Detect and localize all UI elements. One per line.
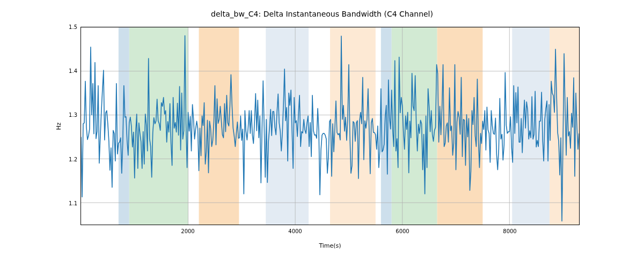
band [119,27,129,225]
y-tick-label: 1.1 [56,200,77,206]
chart-title: delta_bw_C4: Delta Instantaneous Bandwid… [0,10,644,18]
x-tick-label: 8000 [503,228,516,234]
y-axis-label-text: Hz [55,122,62,130]
band [129,27,188,225]
x-tick-label: 2000 [181,228,194,234]
plot-svg [81,27,579,225]
plot-axes [80,27,580,225]
y-tick-label: 1.4 [56,68,77,74]
x-tick-label: 4000 [288,228,302,234]
x-axis-label: Time(s) [80,242,580,249]
figure: delta_bw_C4: Delta Instantaneous Bandwid… [0,0,644,268]
x-tick-label: 6000 [396,228,409,234]
y-axis-label: Hz [54,27,63,225]
y-tick-label: 1.2 [56,156,77,162]
y-tick-label: 1.3 [56,112,77,118]
y-tick-label: 1.5 [56,24,77,30]
